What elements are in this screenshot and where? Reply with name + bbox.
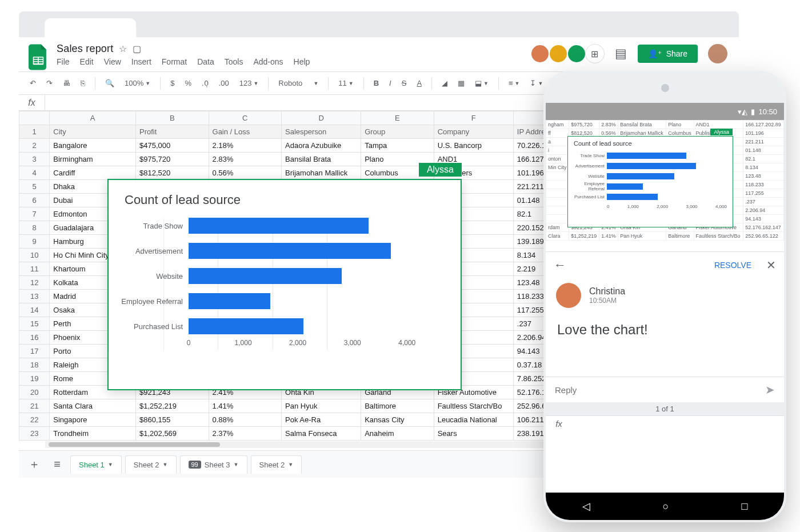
comments-icon[interactable]: ▤ [610,43,632,65]
cell[interactable]: Salma Fonseca [282,427,361,441]
row-header[interactable]: 17 [19,345,50,358]
menu-edit[interactable]: Edit [80,57,94,66]
cell[interactable]: Salesperson [282,125,361,139]
close-icon[interactable]: ✕ [766,258,776,272]
cell[interactable]: Bansilal Brata [282,153,361,166]
font-family-select[interactable]: Roboto▼ [275,77,321,90]
collaborator-avatar-2[interactable] [549,44,568,63]
cell[interactable]: Singapore [50,413,136,427]
collaborator-avatar-3[interactable] [567,44,586,63]
cell[interactable]: Kansas City [361,413,434,427]
cell[interactable]: 1.41% [209,399,282,413]
col-header[interactable]: E [361,111,434,125]
cell[interactable]: Birmingham [50,153,136,166]
col-header[interactable]: D [282,111,361,125]
cell[interactable]: Faultless Starch/Bo [434,399,513,413]
fx-icon[interactable]: fx [19,95,45,110]
star-icon[interactable]: ☆ [119,43,127,54]
resolve-button[interactable]: RESOLVE [714,261,751,270]
row-header[interactable]: 13 [19,290,50,303]
cell[interactable]: $1,202,569 [136,427,209,441]
select-all-cell[interactable] [19,111,50,125]
vertical-align-icon[interactable]: ↧▼ [527,77,546,90]
zoom-select[interactable]: 100%▼ [122,77,153,90]
cell[interactable]: $860,155 [136,413,209,427]
row-header[interactable]: 21 [19,399,50,413]
folder-icon[interactable]: ▢ [133,43,141,54]
menu-help[interactable]: Help [294,57,310,66]
row-header[interactable]: 12 [19,276,50,290]
row-header[interactable]: 7 [19,207,50,221]
cell[interactable]: U.S. Bancorp [434,139,513,153]
fill-color-icon[interactable]: ◢ [439,77,450,90]
row-header[interactable]: 3 [19,153,50,166]
phone-fx-icon[interactable]: fx [546,416,572,435]
menu-file[interactable]: File [57,57,70,66]
share-button[interactable]: 👤⁺ Share [638,45,698,63]
row-header[interactable]: 8 [19,221,50,235]
collaborator-avatar-1[interactable] [530,44,550,63]
cell[interactable]: Gain / Loss [209,125,282,139]
row-header[interactable]: 18 [19,358,50,372]
phone-back-icon[interactable]: ◁ [582,500,590,513]
cell[interactable]: Santa Clara [50,399,136,413]
cell[interactable]: 2.18% [209,139,282,153]
cell[interactable]: 2.83% [209,153,282,166]
cell[interactable]: Baltimore [361,399,434,413]
cell[interactable]: $975,720 [136,153,209,166]
row-header[interactable]: 11 [19,262,50,276]
cell[interactable]: 0.56% [209,166,282,180]
row-header[interactable]: 6 [19,194,50,207]
cell[interactable]: Leucadia National [434,413,513,427]
menu-data[interactable]: Data [197,57,214,66]
cell[interactable]: $475,000 [136,139,209,153]
cell[interactable]: $812,520 [136,166,209,180]
font-size-select[interactable]: 11▼ [335,77,356,90]
cell[interactable]: Adaora Azubuike [282,139,361,153]
document-title[interactable]: Sales report [57,43,113,55]
number-format-select[interactable]: 123▼ [237,77,262,90]
sheet-tab[interactable]: Sheet 2▼ [251,455,302,474]
row-header[interactable]: 20 [19,386,50,399]
increase-decimal-icon[interactable]: .00 [216,77,232,90]
cell[interactable]: Pan Hyuk [282,399,361,413]
menu-addons[interactable]: Add-ons [253,57,283,66]
row-header[interactable]: 4 [19,166,50,180]
cell[interactable]: Trondheim [50,427,136,441]
borders-icon[interactable]: ▦ [455,77,467,90]
cell[interactable]: Profit [136,125,209,139]
back-arrow-icon[interactable]: ← [554,258,566,273]
row-header[interactable]: 1 [19,125,50,139]
col-header[interactable]: C [209,111,282,125]
cell[interactable]: Pok Ae-Ra [282,413,361,427]
redo-icon[interactable]: ↷ [43,77,55,90]
phone-formula-input[interactable] [572,421,784,430]
bold-icon[interactable]: B [371,77,382,90]
cell[interactable]: Sears [434,427,513,441]
col-header[interactable]: B [136,111,209,125]
comment-reply-input[interactable] [555,385,765,395]
percent-icon[interactable]: % [182,77,194,90]
collaborator-avatar-anon[interactable]: ⊞ [585,44,605,63]
undo-icon[interactable]: ↶ [27,77,39,90]
row-header[interactable]: 15 [19,317,50,331]
row-header[interactable]: 22 [19,413,50,427]
cell[interactable]: Brijamohan Mallick [282,166,361,180]
row-header[interactable]: 16 [19,331,50,345]
menu-view[interactable]: View [104,57,121,66]
menu-format[interactable]: Format [162,57,187,66]
paint-format-icon[interactable]: ⎘ [78,77,88,90]
phone-spreadsheet-preview[interactable]: ngham$975,7202.83%Bansilal BrataPlanoAND… [546,120,784,251]
text-color-icon[interactable]: A [414,77,425,90]
row-header[interactable]: 2 [19,139,50,153]
merge-cells-icon[interactable]: ⬓▼ [472,77,491,90]
italic-icon[interactable]: I [386,77,394,90]
horizontal-align-icon[interactable]: ≡▼ [506,77,523,90]
cell[interactable]: City [50,125,136,139]
sheet-tab[interactable]: Sheet 2▼ [125,455,177,474]
cell[interactable]: Cardiff [50,166,136,180]
cell[interactable]: 2.37% [209,427,282,441]
cell[interactable]: 0.88% [209,413,282,427]
send-icon[interactable]: ➤ [765,383,775,397]
account-avatar[interactable] [708,44,727,63]
